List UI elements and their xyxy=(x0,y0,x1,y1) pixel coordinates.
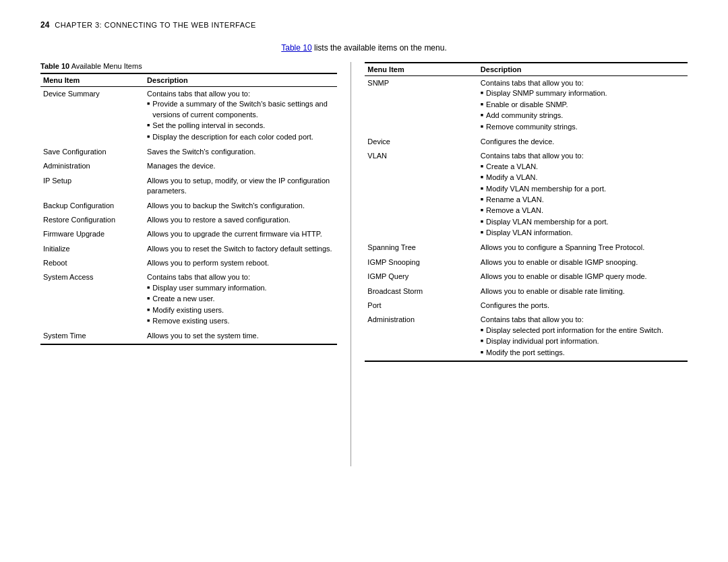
left-item-desc: Manages the device. xyxy=(144,159,337,173)
right-item-name: Port xyxy=(365,299,478,313)
right-table: Menu Item Description SNMPContains tabs … xyxy=(365,62,688,362)
list-item: Display SNMP summary information. xyxy=(481,88,684,98)
bullet-list: Display selected port information for th… xyxy=(481,325,684,358)
left-item-name: Reboot xyxy=(40,256,144,270)
list-item: Display individual port information. xyxy=(481,336,684,346)
right-item-desc: Contains tabs that allow you to:Display … xyxy=(478,313,688,361)
list-item: Add community strings. xyxy=(481,111,684,121)
left-column: Table 10 Available Menu Items Menu Item … xyxy=(40,62,351,345)
right-column: Menu Item Description SNMPContains tabs … xyxy=(351,62,688,362)
list-item: Modify the port settings. xyxy=(481,348,684,358)
left-item-desc: Allows you to set the system time. xyxy=(144,329,337,344)
chapter-title: Chapter 3: Connecting to the Web Interfa… xyxy=(55,21,255,29)
left-item-name: Administration xyxy=(40,159,144,173)
list-item: Rename a VLAN. xyxy=(481,195,684,205)
bullet-list: Display user summary information.Create … xyxy=(147,283,333,327)
left-item-desc: Contains tabs that allow you to:Provide … xyxy=(144,87,337,145)
right-col1-header: Menu Item xyxy=(365,63,478,76)
right-table-row: VLANContains tabs that allow you to:Crea… xyxy=(365,149,688,241)
right-item-desc: Contains tabs that allow you to:Create a… xyxy=(478,149,688,241)
table10-link[interactable]: Table 10 xyxy=(281,43,311,53)
right-table-row: IGMP QueryAllows you to enable or disabl… xyxy=(365,270,688,284)
right-item-name: IGMP Snooping xyxy=(365,255,478,270)
list-item: Display selected port information for th… xyxy=(481,325,684,336)
left-table: Menu Item Description Device SummaryCont… xyxy=(40,73,337,345)
list-item: Enable or disable SNMP. xyxy=(481,100,684,110)
left-item-desc: Allows you to reset the Switch to factor… xyxy=(144,242,337,256)
left-table-row: Device SummaryContains tabs that allow y… xyxy=(40,87,337,145)
right-item-name: IGMP Query xyxy=(365,270,478,284)
right-item-name: Device xyxy=(365,135,478,149)
left-item-name: Restore Configuration xyxy=(40,213,144,227)
left-item-name: IP Setup xyxy=(40,174,144,199)
left-table-row: RebootAllows you to perform system reboo… xyxy=(40,256,337,270)
left-item-name: Firmware Upgrade xyxy=(40,227,144,241)
two-column-layout: Table 10 Available Menu Items Menu Item … xyxy=(40,62,688,466)
page-number: 24 xyxy=(40,20,49,30)
list-item: Modify existing users. xyxy=(147,305,333,315)
right-item-desc: Configures the ports. xyxy=(478,299,688,313)
list-item: Display VLAN information. xyxy=(481,228,684,238)
right-item-desc: Contains tabs that allow you to:Display … xyxy=(478,76,688,135)
list-item: Remove a VLAN. xyxy=(481,206,684,216)
list-item: Remove community strings. xyxy=(481,122,684,132)
right-item-name: SNMP xyxy=(365,76,478,135)
right-table-row: SNMPContains tabs that allow you to:Disp… xyxy=(365,76,688,135)
intro-paragraph: Table 10 lists the available items on th… xyxy=(40,43,688,53)
list-item: Display the description for each color c… xyxy=(147,132,333,142)
list-item: Display user summary information. xyxy=(147,283,333,293)
right-item-name: Spanning Tree xyxy=(365,241,478,255)
left-item-name: System Access xyxy=(40,270,144,329)
list-item: Display VLAN membership for a port. xyxy=(481,217,684,227)
right-table-row: AdministrationContains tabs that allow y… xyxy=(365,313,688,361)
left-item-name: Backup Configuration xyxy=(40,199,144,213)
left-table-row: Backup ConfigurationAllows you to backup… xyxy=(40,199,337,213)
bullet-list: Display SNMP summary information.Enable … xyxy=(481,88,684,132)
right-table-row: Spanning TreeAllows you to configure a S… xyxy=(365,241,688,255)
page-header: 24 Chapter 3: Connecting to the Web Inte… xyxy=(40,20,688,30)
list-item: Set the polling interval in seconds. xyxy=(147,121,333,131)
right-table-header-row: Menu Item Description xyxy=(365,63,688,76)
bullet-list: Create a VLAN.Modify a VLAN.Modify VLAN … xyxy=(481,162,684,239)
right-item-desc: Configures the device. xyxy=(478,135,688,149)
left-item-name: Device Summary xyxy=(40,87,144,145)
list-item: Remove existing users. xyxy=(147,316,333,326)
left-col2-header: Description xyxy=(144,73,337,87)
left-item-desc: Allows you to restore a saved configurat… xyxy=(144,213,337,227)
left-item-desc: Allows you to setup, modify, or view the… xyxy=(144,174,337,199)
right-item-desc: Allows you to enable or disable IGMP que… xyxy=(478,270,688,284)
list-item: Modify VLAN membership for a port. xyxy=(481,184,684,194)
left-table-row: IP SetupAllows you to setup, modify, or … xyxy=(40,174,337,199)
left-col1-header: Menu Item xyxy=(40,73,144,87)
right-table-row: DeviceConfigures the device. xyxy=(365,135,688,149)
right-item-desc: Allows you to enable or disable IGMP sno… xyxy=(478,255,688,270)
left-item-desc: Contains tabs that allow you to:Display … xyxy=(144,270,337,329)
table-caption: Table 10 Available Menu Items xyxy=(40,62,337,70)
left-table-row: System AccessContains tabs that allow yo… xyxy=(40,270,337,329)
left-table-header-row: Menu Item Description xyxy=(40,73,337,87)
bullet-list: Provide a summary of the Switch's basic … xyxy=(147,99,333,142)
right-item-name: Broadcast Storm xyxy=(365,284,478,299)
right-col2-header: Description xyxy=(478,63,688,76)
list-item: Create a VLAN. xyxy=(481,162,684,172)
right-item-name: VLAN xyxy=(365,149,478,241)
left-item-desc: Allows you to backup the Switch's config… xyxy=(144,199,337,213)
right-item-name: Administration xyxy=(365,313,478,361)
left-table-row: System TimeAllows you to set the system … xyxy=(40,329,337,344)
list-item: Provide a summary of the Switch's basic … xyxy=(147,99,333,120)
table-caption-label: Table 10 xyxy=(40,62,69,70)
right-table-row: Broadcast StormAllows you to enable or d… xyxy=(365,284,688,299)
left-item-name: Save Configuration xyxy=(40,145,144,159)
table-caption-text: Available Menu Items xyxy=(71,62,142,70)
right-item-desc: Allows you to enable or disable rate lim… xyxy=(478,284,688,299)
left-table-row: Firmware UpgradeAllows you to upgrade th… xyxy=(40,227,337,241)
list-item: Create a new user. xyxy=(147,294,333,304)
left-table-row: Save ConfigurationSaves the Switch's con… xyxy=(40,145,337,159)
left-table-row: InitializeAllows you to reset the Switch… xyxy=(40,242,337,256)
left-item-desc: Saves the Switch's configuration. xyxy=(144,145,337,159)
right-table-row: PortConfigures the ports. xyxy=(365,299,688,313)
left-item-desc: Allows you to perform system reboot. xyxy=(144,256,337,270)
list-item: Modify a VLAN. xyxy=(481,173,684,183)
right-table-row: IGMP SnoopingAllows you to enable or dis… xyxy=(365,255,688,270)
left-item-desc: Allows you to upgrade the current firmwa… xyxy=(144,227,337,241)
